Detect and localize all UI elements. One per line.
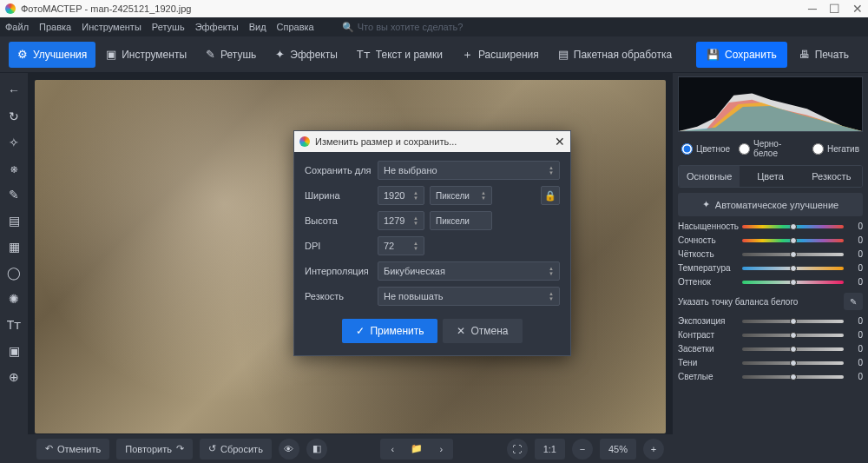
slider-clarity[interactable]: Чёткость0 bbox=[678, 249, 863, 259]
interp-select[interactable]: Бикубическая▲▼ bbox=[378, 261, 560, 281]
zoom-out-button[interactable]: − bbox=[572, 439, 593, 460]
bottom-toolbar: ↶ Отменить Повторить ↷ ↺ Сбросить 👁 ◧ ‹ … bbox=[28, 433, 673, 463]
zoom-in-button[interactable]: + bbox=[643, 439, 664, 460]
undo-label: Отменить bbox=[57, 444, 101, 454]
print-label: Печать bbox=[815, 49, 849, 61]
slider-temperature[interactable]: Температура0 bbox=[678, 263, 863, 273]
slider-contrast[interactable]: Контраст0 bbox=[678, 330, 863, 340]
sliders-icon: ⚙ bbox=[17, 48, 28, 61]
tab-tools[interactable]: ▣Инструменты bbox=[97, 42, 195, 68]
menu-edit[interactable]: Правка bbox=[39, 22, 71, 32]
savefor-select[interactable]: Не выбрано▲▼ bbox=[378, 161, 560, 180]
next-image-button[interactable]: › bbox=[431, 440, 451, 458]
tab-tools-label: Инструменты bbox=[122, 49, 187, 61]
slider-shadows[interactable]: Тени0 bbox=[678, 358, 863, 367]
mode-negative[interactable]: Негатив bbox=[812, 143, 859, 155]
save-button[interactable]: 💾Сохранить bbox=[696, 42, 787, 68]
tab-sharp[interactable]: Резкость bbox=[801, 166, 862, 187]
menubar: Файл Правка Инструменты Ретушь Эффекты В… bbox=[0, 17, 868, 36]
slider-highlights[interactable]: Засветки0 bbox=[678, 344, 863, 354]
redo-button[interactable]: Повторить ↷ bbox=[116, 439, 193, 460]
slider-vibrance[interactable]: Сочность0 bbox=[678, 235, 863, 245]
compare-button[interactable]: ◧ bbox=[306, 439, 327, 460]
left-tool-strip: ← ↻ ✧ ⎈ ✎ ▤ ▦ ◯ ✺ Tᴛ ▣ ⊕ bbox=[0, 73, 28, 463]
noise-tool[interactable]: ▦ bbox=[5, 238, 23, 255]
slider-exposure[interactable]: Экспозиция0 bbox=[678, 316, 863, 326]
apply-button[interactable]: ✓Применить bbox=[342, 319, 437, 343]
tab-batch[interactable]: ▤Пакетная обработка bbox=[549, 42, 681, 68]
browse-button[interactable]: 📁 bbox=[406, 440, 427, 458]
back-button[interactable]: ← bbox=[5, 82, 23, 99]
resize-dialog: Изменить размер и сохранить... ✕ Сохрани… bbox=[293, 130, 571, 356]
window-minimize-button[interactable]: ─ bbox=[808, 2, 817, 16]
x-icon: ✕ bbox=[457, 325, 465, 337]
zoom-value[interactable]: 45% bbox=[600, 439, 636, 460]
wb-label: Указать точку баланса белого bbox=[678, 297, 798, 307]
gradient-tool[interactable]: ▤ bbox=[5, 212, 23, 229]
eyedropper-button[interactable]: ✎ bbox=[844, 293, 863, 310]
reset-label: Сбросить bbox=[220, 444, 263, 454]
reset-button[interactable]: ↺ Сбросить bbox=[200, 439, 272, 460]
paint-tool[interactable]: ✎ bbox=[5, 186, 23, 203]
crop-tool[interactable]: ▣ bbox=[5, 342, 23, 360]
star-tool[interactable]: ✺ bbox=[5, 290, 23, 308]
stamp-tool[interactable]: ⎈ bbox=[5, 160, 23, 177]
tab-enhance[interactable]: ⚙Улучшения bbox=[9, 42, 95, 68]
auto-enhance-button[interactable]: ✦Автоматическое улучшение bbox=[678, 193, 863, 216]
print-button[interactable]: 🖶Печать bbox=[789, 42, 859, 68]
cancel-label: Отмена bbox=[470, 325, 508, 337]
heal-tool[interactable]: ✧ bbox=[5, 134, 23, 151]
window-close-button[interactable]: ✕ bbox=[852, 2, 863, 16]
menu-tools[interactable]: Инструменты bbox=[82, 22, 141, 32]
slider-whites[interactable]: Светлые0 bbox=[678, 372, 863, 381]
text-tool[interactable]: Tᴛ bbox=[5, 316, 23, 334]
target-tool[interactable]: ⊕ bbox=[5, 368, 23, 386]
wand-icon: ✦ bbox=[702, 199, 710, 210]
fit-button[interactable]: ⛶ bbox=[507, 439, 528, 460]
right-panel: Цветное Черно-белое Негатив Основные Цве… bbox=[673, 73, 868, 463]
cancel-button[interactable]: ✕Отмена bbox=[443, 319, 522, 343]
width-label: Ширина bbox=[305, 190, 372, 201]
dpi-input[interactable]: 72▲▼ bbox=[378, 236, 424, 255]
menu-help[interactable]: Справка bbox=[277, 22, 314, 32]
dialog-titlebar[interactable]: Изменить размер и сохранить... ✕ bbox=[294, 131, 570, 152]
menu-file[interactable]: Файл bbox=[5, 22, 29, 32]
tab-retouch[interactable]: ✎Ретушь bbox=[197, 42, 265, 68]
menu-retouch[interactable]: Ретушь bbox=[152, 22, 185, 32]
prev-image-button[interactable]: ‹ bbox=[382, 440, 403, 458]
tab-text[interactable]: TᴛТекст и рамки bbox=[348, 42, 451, 68]
height-input[interactable]: 1279▲▼ bbox=[378, 211, 424, 230]
tab-effects[interactable]: ✦Эффекты bbox=[266, 42, 346, 68]
help-search-placeholder: Что вы хотите сделать? bbox=[358, 22, 464, 32]
tab-basic[interactable]: Основные bbox=[679, 166, 740, 187]
tab-extensions[interactable]: ＋Расширения bbox=[453, 42, 548, 68]
sparkle-icon: ✦ bbox=[275, 48, 285, 61]
tab-colors[interactable]: Цвета bbox=[740, 166, 800, 187]
width-unit-select[interactable]: Пиксели▲▼ bbox=[430, 186, 492, 205]
menu-effects[interactable]: Эффекты bbox=[195, 22, 239, 32]
stack-icon: ▤ bbox=[558, 48, 569, 61]
mode-color[interactable]: Цветное bbox=[681, 143, 730, 155]
app-logo-icon bbox=[5, 3, 16, 14]
width-input[interactable]: 1920▲▼ bbox=[378, 186, 424, 205]
color-mode-row: Цветное Черно-белое Негатив bbox=[678, 137, 863, 160]
save-label: Сохранить bbox=[725, 49, 777, 61]
window-maximize-button[interactable]: ☐ bbox=[829, 2, 840, 16]
slider-saturation[interactable]: Насыщенность0 bbox=[678, 222, 863, 231]
tab-effects-label: Эффекты bbox=[290, 49, 338, 61]
preview-button[interactable]: 👁 bbox=[279, 439, 299, 460]
height-label: Высота bbox=[305, 215, 372, 226]
undo-button[interactable]: ↶ Отменить bbox=[36, 439, 109, 460]
rotate-tool[interactable]: ↻ bbox=[5, 108, 23, 125]
text-icon: Tᴛ bbox=[357, 48, 371, 61]
dsharp-select[interactable]: Не повышать▲▼ bbox=[378, 287, 560, 306]
slider-tint[interactable]: Оттенок0 bbox=[678, 277, 863, 287]
dialog-close-button[interactable]: ✕ bbox=[555, 135, 565, 149]
aspect-lock-button[interactable]: 🔒 bbox=[541, 186, 560, 205]
mode-bw[interactable]: Черно-белое bbox=[739, 139, 804, 158]
brush-icon: ✎ bbox=[206, 48, 215, 61]
menu-view[interactable]: Вид bbox=[249, 22, 266, 32]
vignette-tool[interactable]: ◯ bbox=[5, 264, 23, 281]
help-search[interactable]: 🔍 Что вы хотите сделать? bbox=[342, 22, 464, 33]
scale-11-button[interactable]: 1:1 bbox=[535, 439, 565, 460]
